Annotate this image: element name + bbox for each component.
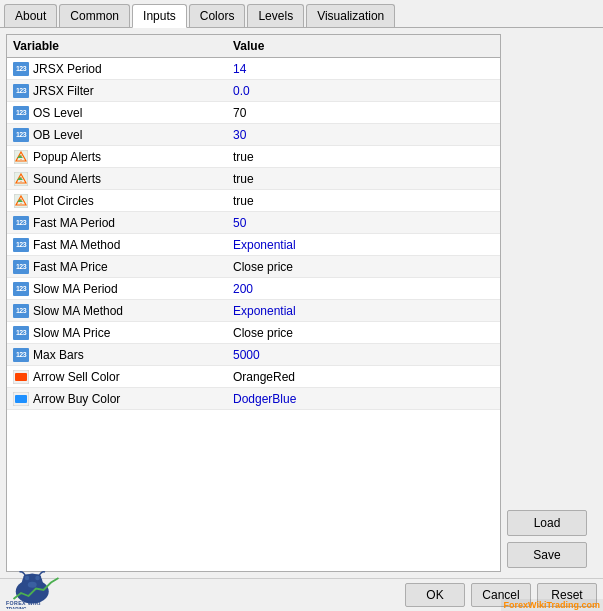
numeric-icon: 123 [13,304,29,318]
table-row[interactable]: Popup Alertstrue [7,146,500,168]
row-value-cell: 14 [227,60,500,78]
row-variable-cell: Popup Alerts [7,148,227,166]
table-row[interactable]: 123Fast MA PriceClose price [7,256,500,278]
row-value-cell: true [227,192,500,210]
row-variable-cell: 123OB Level [7,126,227,144]
variable-name: OB Level [33,128,82,142]
row-value-cell: 0.0 [227,82,500,100]
table-row[interactable]: 123Fast MA MethodExponential [7,234,500,256]
tab-visualization[interactable]: Visualization [306,4,395,27]
row-variable-cell: Arrow Buy Color [7,390,227,408]
numeric-icon: 123 [13,84,29,98]
variable-name: Fast MA Price [33,260,108,274]
brand-watermark: ForexWikiTrading.com [501,599,603,611]
svg-point-24 [35,576,40,581]
tab-bar: AboutCommonInputsColorsLevelsVisualizati… [0,0,603,28]
svg-rect-16 [15,373,27,381]
row-value-cell: 30 [227,126,500,144]
table-row[interactable]: Arrow Buy ColorDodgerBlue [7,388,500,410]
table-row[interactable]: Sound Alertstrue [7,168,500,190]
main-panel: Variable Value 123JRSX Period14123JRSX F… [6,34,501,572]
variable-name: Arrow Sell Color [33,370,120,384]
row-value-cell: true [227,170,500,188]
tab-about[interactable]: About [4,4,57,27]
row-variable-cell: Arrow Sell Color [7,368,227,386]
tab-levels[interactable]: Levels [247,4,304,27]
logo-svg: FOREX WIKI TRADING [6,559,66,609]
row-value-cell: true [227,148,500,166]
variable-name: Popup Alerts [33,150,101,164]
row-variable-cell: 123Fast MA Method [7,236,227,254]
variable-name: Arrow Buy Color [33,392,120,406]
row-value-cell: OrangeRed [227,368,500,386]
header-variable: Variable [13,39,233,53]
row-value-cell: 200 [227,280,500,298]
alert-icon [13,172,29,186]
footer-logo: FOREX WIKI TRADING [6,559,66,609]
row-value-cell: DodgerBlue [227,390,500,408]
variable-name: Fast MA Period [33,216,115,230]
row-value-cell: 70 [227,104,500,122]
table-body: 123JRSX Period14123JRSX Filter0.0123OS L… [7,58,500,571]
table-row[interactable]: 123Slow MA Period200 [7,278,500,300]
table-row[interactable]: 123Slow MA MethodExponential [7,300,500,322]
row-value-cell: Exponential [227,236,500,254]
row-variable-cell: 123JRSX Period [7,60,227,78]
table-row[interactable]: 123Fast MA Period50 [7,212,500,234]
svg-point-13 [21,203,22,204]
table-row[interactable]: 123OB Level30 [7,124,500,146]
row-value-cell: Close price [227,324,500,342]
row-value-cell: 5000 [227,346,500,364]
svg-text:TRADING: TRADING [6,607,27,609]
numeric-icon: 123 [13,216,29,230]
header-value: Value [233,39,494,53]
row-variable-cell: Plot Circles [7,192,227,210]
table-row[interactable]: Plot Circlestrue [7,190,500,212]
row-variable-cell: 123JRSX Filter [7,82,227,100]
numeric-icon: 123 [13,62,29,76]
row-variable-cell: 123OS Level [7,104,227,122]
row-value-cell: Close price [227,258,500,276]
table-row[interactable]: Arrow Sell ColorOrangeRed [7,366,500,388]
variable-name: JRSX Filter [33,84,94,98]
main-window: AboutCommonInputsColorsLevelsVisualizati… [0,0,603,611]
row-variable-cell: 123Slow MA Price [7,324,227,342]
row-value-cell: Exponential [227,302,500,320]
content-area: Variable Value 123JRSX Period14123JRSX F… [0,28,603,578]
row-variable-cell: 123Fast MA Price [7,258,227,276]
table-header: Variable Value [7,35,500,58]
table-row[interactable]: 123OS Level70 [7,102,500,124]
variable-name: Slow MA Price [33,326,110,340]
row-variable-cell: 123Fast MA Period [7,214,227,232]
variable-name: JRSX Period [33,62,102,76]
svg-point-23 [25,576,30,581]
tab-common[interactable]: Common [59,4,130,27]
variable-name: Sound Alerts [33,172,101,186]
row-variable-cell: 123Slow MA Period [7,280,227,298]
load-button[interactable]: Load [507,510,587,536]
alert-icon [13,150,29,164]
footer: FOREX WIKI TRADING OK Cancel Reset Forex… [0,578,603,611]
svg-text:FOREX WIKI: FOREX WIKI [6,600,41,606]
row-variable-cell: 123Max Bars [7,346,227,364]
buy-color-icon [13,392,29,406]
numeric-icon: 123 [13,326,29,340]
tab-inputs[interactable]: Inputs [132,4,187,28]
table-row[interactable]: 123JRSX Filter0.0 [7,80,500,102]
table-row[interactable]: 123Max Bars5000 [7,344,500,366]
right-panel: Load Save [507,34,597,572]
svg-point-3 [21,159,22,160]
save-button[interactable]: Save [507,542,587,568]
variable-name: Slow MA Method [33,304,123,318]
numeric-icon: 123 [13,348,29,362]
numeric-icon: 123 [13,128,29,142]
sell-color-icon [13,370,29,384]
variable-name: Fast MA Method [33,238,120,252]
tab-colors[interactable]: Colors [189,4,246,27]
svg-rect-18 [15,395,27,403]
svg-point-25 [28,582,37,588]
variable-name: Plot Circles [33,194,94,208]
table-row[interactable]: 123Slow MA PriceClose price [7,322,500,344]
ok-button[interactable]: OK [405,583,465,607]
table-row[interactable]: 123JRSX Period14 [7,58,500,80]
